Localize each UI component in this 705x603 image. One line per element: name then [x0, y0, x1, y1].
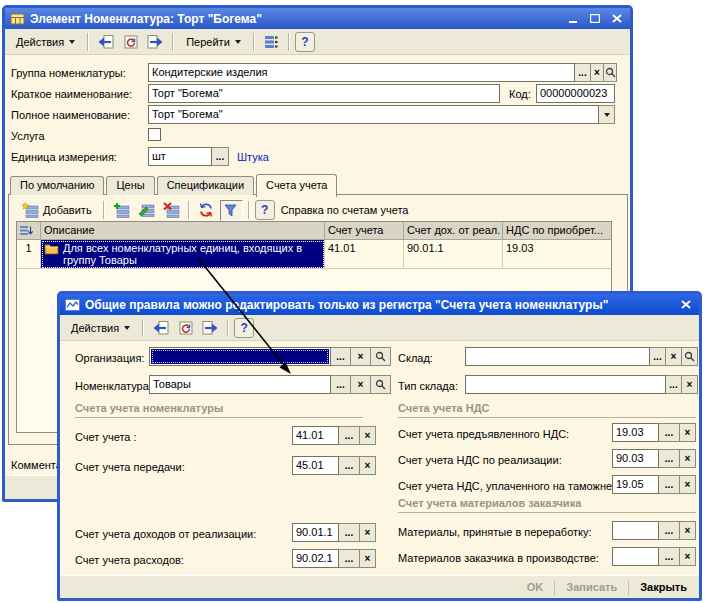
close-icon[interactable]: [608, 11, 625, 26]
refresh-button[interactable]: [195, 200, 218, 221]
dialog-write-record-button[interactable]: [199, 317, 222, 338]
short-name-input[interactable]: Торт "Богема": [148, 84, 500, 103]
income-clear-button[interactable]: ×: [360, 523, 376, 542]
warehouse-ellipsis-button[interactable]: ...: [650, 347, 666, 366]
main-titlebar[interactable]: Элемент Номенклатура: Торт "Богема": [5, 8, 630, 29]
account-cell[interactable]: 41.01: [325, 240, 404, 269]
ok-button[interactable]: OK: [523, 581, 548, 593]
account-input[interactable]: 41.01: [292, 426, 339, 445]
organization-input[interactable]: [149, 347, 331, 366]
unit-name-link[interactable]: Штука: [237, 150, 269, 165]
expense-account-input[interactable]: 90.02.1: [292, 549, 339, 568]
column-description[interactable]: Описание: [41, 222, 325, 239]
row-selector-header[interactable]: [17, 222, 41, 239]
help-button[interactable]: ?: [295, 32, 315, 52]
vat-account-cell[interactable]: 19.03: [503, 240, 611, 269]
processing-ellipsis-button[interactable]: ...: [659, 521, 680, 540]
tab-prices[interactable]: Цены: [106, 176, 154, 195]
service-checkbox[interactable]: [148, 128, 161, 141]
warehouse-type-input[interactable]: [465, 375, 666, 394]
customs-vat-ellipsis-button[interactable]: ...: [659, 475, 680, 494]
dialog-actions-menu-button[interactable]: Действия: [64, 317, 137, 338]
warehouse-type-clear-button[interactable]: ×: [682, 375, 698, 394]
transfer-ellipsis-button[interactable]: ...: [339, 456, 360, 475]
expense-clear-button[interactable]: ×: [360, 549, 376, 568]
full-name-dropdown-button[interactable]: [599, 105, 615, 124]
table-row[interactable]: 1 Для всех номенклатурных единиц, входящ…: [17, 240, 611, 269]
nomenclature-clear-button[interactable]: ×: [351, 375, 371, 394]
dialog-close-icon[interactable]: [677, 297, 694, 312]
organization-lookup-button[interactable]: [371, 347, 391, 366]
income-ellipsis-button[interactable]: ...: [339, 523, 360, 542]
presented-vat-ellipsis-button[interactable]: ...: [659, 423, 680, 442]
presented-vat-clear-button[interactable]: ×: [680, 423, 696, 442]
column-account[interactable]: Счет учета: [325, 222, 404, 239]
tab-specifications[interactable]: Спецификации: [157, 176, 254, 195]
dialog-refresh-record-button[interactable]: [174, 317, 197, 338]
delete-row-button[interactable]: [160, 200, 183, 221]
income-account-cell[interactable]: 90.01.1: [404, 240, 503, 269]
transfer-account-input[interactable]: 45.01: [292, 456, 339, 475]
description-cell[interactable]: Для всех номенклатурных единиц, входящих…: [41, 240, 325, 269]
close-dialog-button[interactable]: Закрыть: [636, 581, 691, 593]
goto-menu-button[interactable]: Перейти: [179, 31, 248, 52]
income-account-label: Счет учета доходов от реализации:: [75, 527, 256, 542]
sales-vat-clear-button[interactable]: ×: [680, 449, 696, 468]
account-ellipsis-button[interactable]: ...: [339, 426, 360, 445]
tab-default[interactable]: По умолчанию: [10, 176, 104, 195]
full-name-input[interactable]: Торт "Богема": [148, 105, 599, 124]
warehouse-input[interactable]: [465, 347, 650, 366]
dialog-titlebar[interactable]: Общие правила можно редактировать только…: [60, 294, 699, 315]
reread-back-button[interactable]: [94, 31, 117, 52]
dialog-help-button[interactable]: ?: [234, 318, 254, 338]
transfer-clear-button[interactable]: ×: [360, 456, 376, 475]
warehouse-type-ellipsis-button[interactable]: ...: [666, 375, 682, 394]
production-materials-input[interactable]: [612, 547, 659, 566]
warehouse-clear-button[interactable]: ×: [666, 347, 682, 366]
code-input[interactable]: 00000000023: [536, 84, 615, 103]
presented-vat-input[interactable]: 19.03: [612, 423, 659, 442]
group-ellipsis-button[interactable]: ...: [575, 63, 591, 82]
row-number-cell[interactable]: 1: [17, 240, 41, 269]
customs-vat-input[interactable]: 19.05: [612, 475, 659, 494]
nomenclature-lookup-button[interactable]: [371, 375, 391, 394]
column-income-account[interactable]: Счет дох. от реал.: [404, 222, 503, 239]
write-record-button[interactable]: [144, 31, 167, 52]
presented-vat-label: Счет учета предъявленного НДС:: [398, 427, 569, 442]
structure-button[interactable]: [260, 31, 283, 52]
refresh-record-button[interactable]: [119, 31, 142, 52]
minimize-icon[interactable]: [564, 11, 581, 26]
group-input[interactable]: Кондитерские изделия: [148, 63, 575, 82]
expense-ellipsis-button[interactable]: ...: [339, 549, 360, 568]
processing-materials-input[interactable]: [612, 521, 659, 540]
accounts-help-button[interactable]: ?: [255, 200, 275, 220]
organization-clear-button[interactable]: ×: [351, 347, 371, 366]
processing-clear-button[interactable]: ×: [680, 521, 696, 540]
organization-ellipsis-button[interactable]: ...: [331, 347, 351, 366]
actions-menu-button[interactable]: Действия: [9, 31, 82, 52]
insert-row-button[interactable]: [110, 200, 133, 221]
warehouse-lookup-button[interactable]: [682, 347, 698, 366]
income-account-input[interactable]: 90.01.1: [292, 523, 339, 542]
edit-row-button[interactable]: [135, 200, 158, 221]
unit-input[interactable]: шт: [148, 147, 212, 166]
add-button[interactable]: Добавить: [15, 199, 98, 221]
nomenclature-ellipsis-button[interactable]: ...: [331, 375, 351, 394]
maximize-icon[interactable]: [586, 11, 603, 26]
group-lookup-button[interactable]: [604, 63, 617, 82]
nomenclature-input[interactable]: Товары: [149, 375, 331, 394]
production-ellipsis-button[interactable]: ...: [659, 547, 680, 566]
customs-vat-clear-button[interactable]: ×: [680, 475, 696, 494]
dialog-reread-back-button[interactable]: [149, 317, 172, 338]
group-clear-button[interactable]: ×: [591, 63, 604, 82]
production-clear-button[interactable]: ×: [680, 547, 696, 566]
account-clear-button[interactable]: ×: [360, 426, 376, 445]
tab-accounts[interactable]: Счета учета: [256, 174, 337, 197]
sales-vat-input[interactable]: 90.03: [612, 449, 659, 468]
filter-button[interactable]: [220, 200, 243, 221]
sales-vat-ellipsis-button[interactable]: ...: [659, 449, 680, 468]
column-vat-account[interactable]: НДС по приобрет...: [503, 222, 611, 239]
unit-ellipsis-button[interactable]: ...: [212, 147, 229, 166]
doc-arrow-right-icon: [147, 34, 164, 50]
save-button[interactable]: Записать: [562, 581, 621, 593]
